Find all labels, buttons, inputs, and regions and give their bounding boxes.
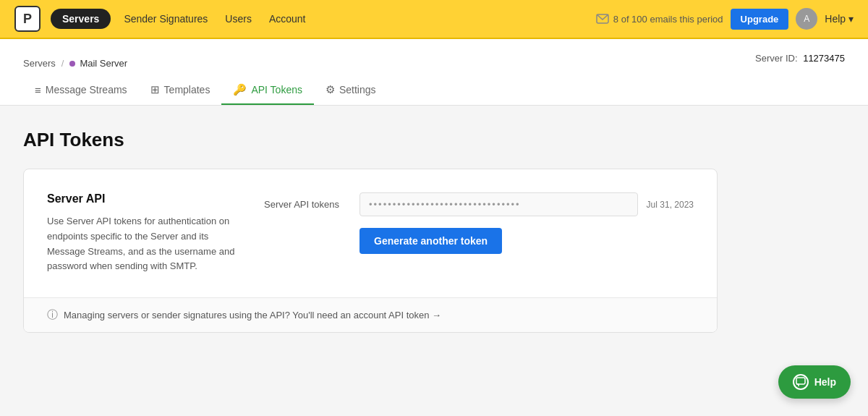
- info-icon: ⓘ: [47, 308, 58, 322]
- users-nav-link[interactable]: Users: [216, 9, 260, 29]
- breadcrumb-separator: /: [61, 58, 64, 69]
- server-name: Mail Server: [80, 58, 127, 69]
- tab-message-streams-label: Message Streams: [46, 84, 127, 95]
- tab-api-tokens[interactable]: 🔑 API Tokens: [221, 76, 314, 105]
- card-right: Server API tokens Jul 31, 2023 Generate …: [264, 192, 694, 274]
- token-row: Server API tokens Jul 31, 2023: [264, 192, 694, 216]
- page-title: API Tokens: [23, 129, 845, 151]
- tab-api-tokens-label: API Tokens: [251, 84, 302, 95]
- page-content: API Tokens Server API Use Server API tok…: [0, 106, 868, 356]
- sender-signatures-nav-link[interactable]: Sender Signatures: [115, 9, 216, 29]
- email-counter: 8 of 100 emails this period: [596, 14, 723, 25]
- card-description: Use Server API tokens for authentication…: [47, 214, 235, 274]
- mail-icon: [596, 14, 609, 24]
- servers-nav-button[interactable]: Servers: [51, 9, 111, 29]
- settings-icon: ⚙: [326, 83, 335, 96]
- card-footer-text: Managing servers or sender signatures us…: [64, 310, 441, 321]
- avatar-button[interactable]: A: [796, 8, 817, 30]
- breadcrumb-servers-link[interactable]: Servers: [23, 58, 56, 69]
- token-label: Server API tokens: [264, 199, 351, 210]
- tab-settings[interactable]: ⚙ Settings: [314, 76, 388, 105]
- help-nav-button[interactable]: Help ▾: [825, 13, 854, 25]
- tabs: ≡ Message Streams ⊞ Templates 🔑 API Toke…: [23, 76, 845, 105]
- email-counter-text: 8 of 100 emails this period: [613, 14, 723, 25]
- tab-templates[interactable]: ⊞ Templates: [139, 76, 222, 105]
- upgrade-button[interactable]: Upgrade: [731, 9, 789, 30]
- card-left: Server API Use Server API tokens for aut…: [47, 192, 235, 274]
- server-id-label: Server ID:: [755, 53, 798, 64]
- card-section-title: Server API: [47, 192, 235, 205]
- card-footer: ⓘ Managing servers or sender signatures …: [24, 297, 717, 332]
- templates-icon: ⊞: [150, 83, 160, 96]
- token-input[interactable]: [359, 192, 638, 216]
- tab-settings-label: Settings: [339, 84, 376, 95]
- server-id-value: 11273475: [803, 53, 845, 64]
- server-status-dot: [69, 61, 75, 67]
- breadcrumb: Servers / Mail Server: [23, 48, 127, 69]
- server-id: Server ID: 11273475: [755, 53, 845, 64]
- logo: P: [14, 6, 41, 32]
- generate-token-button[interactable]: Generate another token: [359, 228, 502, 254]
- nav-right: 8 of 100 emails this period Upgrade A He…: [596, 8, 854, 30]
- account-nav-link[interactable]: Account: [260, 9, 315, 29]
- api-tokens-icon: 🔑: [233, 83, 247, 96]
- subheader: Servers / Mail Server Server ID: 1127347…: [0, 39, 868, 106]
- tab-templates-label: Templates: [164, 84, 210, 95]
- token-date: Jul 31, 2023: [647, 200, 694, 210]
- tab-message-streams[interactable]: ≡ Message Streams: [23, 76, 139, 105]
- message-streams-icon: ≡: [35, 84, 41, 96]
- server-api-card: Server API Use Server API tokens for aut…: [23, 169, 718, 333]
- breadcrumb-row: Servers / Mail Server Server ID: 1127347…: [23, 39, 845, 69]
- card-main: Server API Use Server API tokens for aut…: [24, 169, 717, 297]
- server-name-badge: Mail Server: [69, 58, 127, 69]
- top-nav: P Servers Sender Signatures Users Accoun…: [0, 0, 868, 39]
